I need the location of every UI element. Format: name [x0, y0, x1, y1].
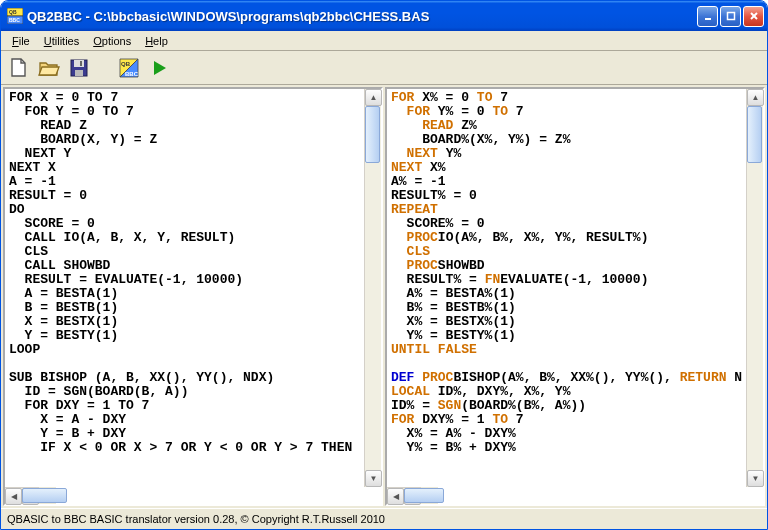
svg-marker-16 — [154, 61, 166, 75]
new-file-icon — [8, 57, 30, 79]
status-text: QBASIC to BBC BASIC translator version 0… — [7, 513, 385, 525]
open-folder-icon — [38, 57, 60, 79]
scroll-down-button[interactable]: ▼ — [365, 470, 382, 487]
app-icon: QBBBC — [7, 8, 23, 24]
scroll-thumb[interactable] — [365, 106, 380, 163]
right-panel: FOR X% = 0 TO 7 FOR Y% = 0 TO 7 READ Z% … — [385, 87, 765, 506]
scroll-thumb[interactable] — [22, 488, 67, 503]
window-title: QB2BBC - C:\bbcbasic\WINDOWS\programs\qb… — [27, 9, 697, 24]
menu-options[interactable]: Options — [86, 33, 138, 49]
left-hscrollbar[interactable]: ◀ ▶ — [5, 487, 39, 504]
left-vscrollbar[interactable]: ▲ ▼ — [364, 89, 381, 487]
close-button[interactable] — [743, 6, 764, 27]
right-hscrollbar[interactable]: ◀ ▶ — [387, 487, 421, 504]
scroll-left-button[interactable]: ◀ — [5, 488, 22, 505]
svg-rect-11 — [80, 61, 82, 66]
run-button[interactable] — [147, 56, 171, 80]
statusbar: QBASIC to BBC BASIC translator version 0… — [1, 508, 767, 529]
svg-rect-5 — [727, 13, 734, 20]
scroll-up-button[interactable]: ▲ — [365, 89, 382, 106]
save-icon — [68, 57, 90, 79]
svg-text:QB: QB — [121, 61, 131, 67]
play-icon — [148, 57, 170, 79]
new-file-button[interactable] — [7, 56, 31, 80]
scroll-up-button[interactable]: ▲ — [747, 89, 764, 106]
right-vscrollbar[interactable]: ▲ ▼ — [746, 89, 763, 487]
save-file-button[interactable] — [67, 56, 91, 80]
menu-file[interactable]: File — [5, 33, 37, 49]
right-code-view[interactable]: FOR X% = 0 TO 7 FOR Y% = 0 TO 7 READ Z% … — [387, 89, 746, 487]
menu-utilities[interactable]: Utilities — [37, 33, 86, 49]
svg-text:QB: QB — [9, 9, 17, 15]
toolbar: QBBBC — [1, 51, 767, 85]
maximize-button[interactable] — [720, 6, 741, 27]
open-file-button[interactable] — [37, 56, 61, 80]
titlebar[interactable]: QBBBC QB2BBC - C:\bbcbasic\WINDOWS\progr… — [1, 1, 767, 31]
left-code-view[interactable]: FOR X = 0 TO 7 FOR Y = 0 TO 7 READ Z BOA… — [5, 89, 364, 487]
app-window: QBBBC QB2BBC - C:\bbcbasic\WINDOWS\progr… — [0, 0, 768, 530]
scroll-thumb[interactable] — [404, 488, 444, 503]
left-panel: FOR X = 0 TO 7 FOR Y = 0 TO 7 READ Z BOA… — [3, 87, 383, 506]
content-area: FOR X = 0 TO 7 FOR Y = 0 TO 7 READ Z BOA… — [1, 85, 767, 508]
svg-rect-9 — [74, 60, 84, 67]
convert-button[interactable]: QBBBC — [117, 56, 141, 80]
menu-help[interactable]: Help — [138, 33, 175, 49]
qb2bbc-icon: QBBBC — [118, 57, 140, 79]
svg-rect-10 — [75, 70, 83, 76]
svg-text:BBC: BBC — [9, 17, 20, 23]
svg-text:BBC: BBC — [125, 71, 139, 77]
scroll-down-button[interactable]: ▼ — [747, 470, 764, 487]
scroll-thumb[interactable] — [747, 106, 762, 163]
minimize-button[interactable] — [697, 6, 718, 27]
menubar: File Utilities Options Help — [1, 31, 767, 51]
scroll-left-button[interactable]: ◀ — [387, 488, 404, 505]
